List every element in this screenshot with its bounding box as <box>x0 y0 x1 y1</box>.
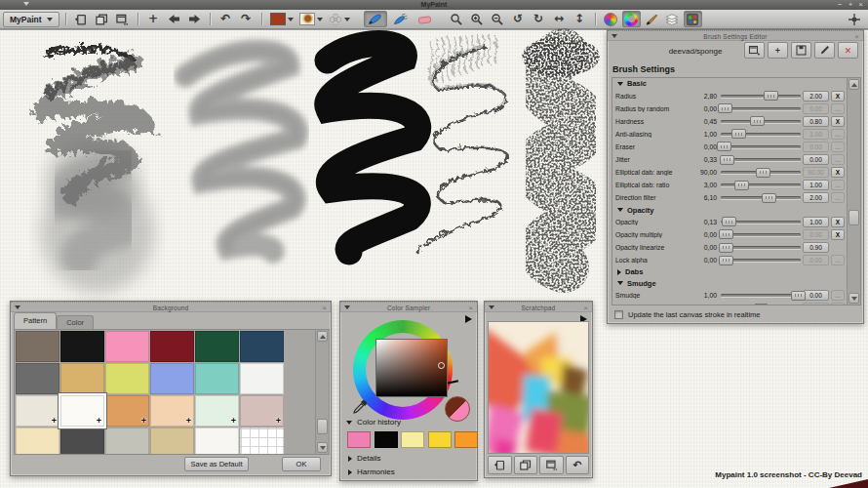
edit-brush-button[interactable] <box>814 42 835 59</box>
base-value-button[interactable]: 0.00 <box>803 103 829 114</box>
scroll-up-button[interactable] <box>317 331 328 342</box>
scrollbar-thumb[interactable] <box>848 210 859 225</box>
scratchpad-undo-button[interactable]: ↶ <box>566 456 590 474</box>
tab-pattern[interactable]: Pattern <box>14 312 57 329</box>
layers-button[interactable] <box>663 11 682 27</box>
new-canvas-button[interactable] <box>72 11 91 27</box>
scratchpad-new-button[interactable] <box>488 456 512 474</box>
brush-list-button[interactable] <box>643 11 661 27</box>
pan-tool-button[interactable]: + <box>144 11 163 27</box>
section-header-opacity[interactable]: Opacity <box>612 204 847 216</box>
add-brush-button[interactable]: + <box>768 42 788 59</box>
close-icon[interactable]: × <box>854 31 859 42</box>
scroll-down-button[interactable] <box>317 442 328 453</box>
base-value-button[interactable]: 2.00 <box>803 91 829 102</box>
reset-button[interactable]: X <box>831 229 845 240</box>
base-value-button[interactable]: 0.00 <box>803 142 829 152</box>
pick-tool-button[interactable] <box>448 11 466 27</box>
base-value-button[interactable]: 2.00 <box>803 192 829 203</box>
window-options-button[interactable] <box>113 11 132 27</box>
zoom-in-button[interactable] <box>468 11 487 27</box>
reset-button[interactable]: X <box>831 91 845 102</box>
slider-track[interactable] <box>721 246 801 249</box>
minimize-button[interactable]: − <box>838 0 843 10</box>
history-color-swatch[interactable] <box>401 431 424 448</box>
background-swatch[interactable]: + <box>240 395 284 427</box>
slider-thumb[interactable] <box>750 116 765 126</box>
color-dropdown[interactable] <box>270 13 294 25</box>
more-button[interactable]: ... <box>831 180 845 190</box>
brush-properties-button[interactable] <box>744 42 765 59</box>
details-expander[interactable]: Details <box>348 454 380 463</box>
flip-horizontal-button[interactable]: ↔ <box>550 11 569 27</box>
more-button[interactable]: ... <box>831 255 845 265</box>
slider-thumb[interactable] <box>734 181 749 190</box>
dialog-titlebar[interactable]: Color Sampler × <box>340 302 477 312</box>
slider-track[interactable] <box>721 133 801 136</box>
more-button[interactable]: ... <box>831 290 845 301</box>
slider-thumb[interactable] <box>754 304 769 305</box>
harmonies-expander[interactable]: Harmonies <box>348 468 395 476</box>
delete-brush-button[interactable]: ✕ <box>838 42 858 59</box>
dialog-titlebar[interactable]: Scratchpad × <box>485 302 592 312</box>
close-icon[interactable]: × <box>322 303 327 313</box>
base-value-button[interactable]: 1.00 <box>803 180 829 190</box>
more-button[interactable]: ... <box>831 103 845 114</box>
color-wheel-button[interactable] <box>602 11 620 27</box>
background-swatch[interactable] <box>240 427 284 455</box>
slider-thumb[interactable] <box>764 91 778 101</box>
mypaint-menu-button[interactable]: MyPaint <box>3 12 59 27</box>
scratchpad-canvas[interactable] <box>488 321 589 454</box>
background-swatch[interactable] <box>195 363 239 394</box>
slider-thumb[interactable] <box>762 193 776 203</box>
close-icon[interactable]: × <box>583 303 588 313</box>
more-button[interactable]: ... <box>831 142 845 152</box>
undo-button[interactable]: ↶ <box>217 11 235 27</box>
scratchpad-copy-button[interactable] <box>514 456 538 474</box>
slider-track[interactable] <box>721 158 801 161</box>
slider-track[interactable] <box>721 120 801 123</box>
slider-track[interactable] <box>721 233 801 236</box>
brush-dropdown[interactable] <box>299 13 323 25</box>
background-swatch[interactable] <box>150 427 194 455</box>
slider-track[interactable] <box>721 95 801 98</box>
palette-button[interactable] <box>684 11 702 27</box>
eraser-mode-button[interactable] <box>414 11 436 27</box>
base-value-button[interactable]: 1.00 <box>803 129 829 140</box>
dialog-menu-icon[interactable] <box>344 305 350 309</box>
flip-vertical-button[interactable]: ↕ <box>571 11 589 27</box>
saturation-value-square[interactable] <box>375 339 448 397</box>
base-value-button[interactable]: 90.00 <box>803 167 829 178</box>
history-color-swatch[interactable] <box>454 431 478 448</box>
dialog-menu-icon[interactable] <box>612 34 617 38</box>
zoom-out-button[interactable] <box>489 11 507 27</box>
background-swatch[interactable]: + <box>105 395 149 427</box>
scratchpad-options-button[interactable] <box>539 456 564 474</box>
blend-mode-dropdown[interactable] <box>329 13 350 26</box>
base-value-button[interactable]: 0.00 <box>803 154 829 165</box>
background-swatch[interactable] <box>16 363 59 394</box>
color-swatch[interactable] <box>270 13 286 25</box>
slider-thumb[interactable] <box>719 256 733 265</box>
background-swatch[interactable] <box>150 363 194 394</box>
scroll-up-button[interactable] <box>848 79 859 90</box>
eyedropper-icon[interactable] <box>352 398 369 415</box>
brush-preview[interactable] <box>299 13 315 25</box>
duplicate-button[interactable] <box>93 11 111 27</box>
slider-thumb[interactable] <box>791 291 806 301</box>
base-value-button[interactable]: 1.00 <box>803 217 829 227</box>
redo-button[interactable]: ↷ <box>237 11 256 27</box>
background-swatch[interactable]: + <box>60 395 104 427</box>
history-color-swatch[interactable] <box>347 431 371 448</box>
save-brush-button[interactable] <box>791 42 811 59</box>
base-value-button[interactable]: 0.90 <box>803 242 829 253</box>
smudge-mode-button[interactable] <box>389 11 413 27</box>
scrollbar-thumb[interactable] <box>317 419 328 434</box>
section-header-smudge[interactable]: Smudge <box>612 278 847 290</box>
history-color-swatch[interactable] <box>428 431 452 448</box>
color-ring-button[interactable] <box>622 11 641 27</box>
slider-track[interactable] <box>721 196 801 199</box>
background-swatch[interactable] <box>60 331 104 362</box>
scroll-tool-button[interactable] <box>845 11 863 27</box>
slider-thumb[interactable] <box>717 142 731 151</box>
